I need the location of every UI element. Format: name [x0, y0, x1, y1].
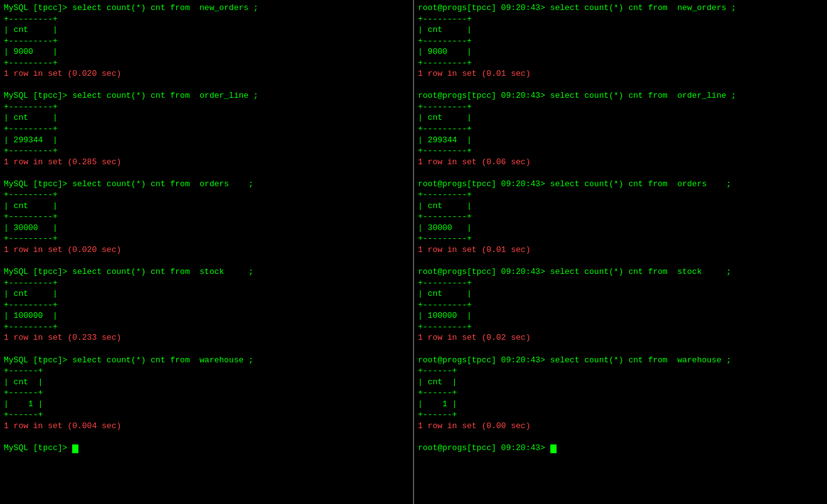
- terminal-cursor: [550, 444, 557, 453]
- terminal-cursor: [72, 444, 78, 453]
- left-terminal[interactable]: MySQL [tpcc]> select count(*) cnt from n…: [0, 0, 414, 504]
- right-terminal-content: root@progs[tpcc] 09:20:43> select count(…: [418, 3, 823, 453]
- left-terminal-content: MySQL [tpcc]> select count(*) cnt from n…: [4, 3, 409, 453]
- right-terminal[interactable]: root@progs[tpcc] 09:20:43> select count(…: [414, 0, 827, 504]
